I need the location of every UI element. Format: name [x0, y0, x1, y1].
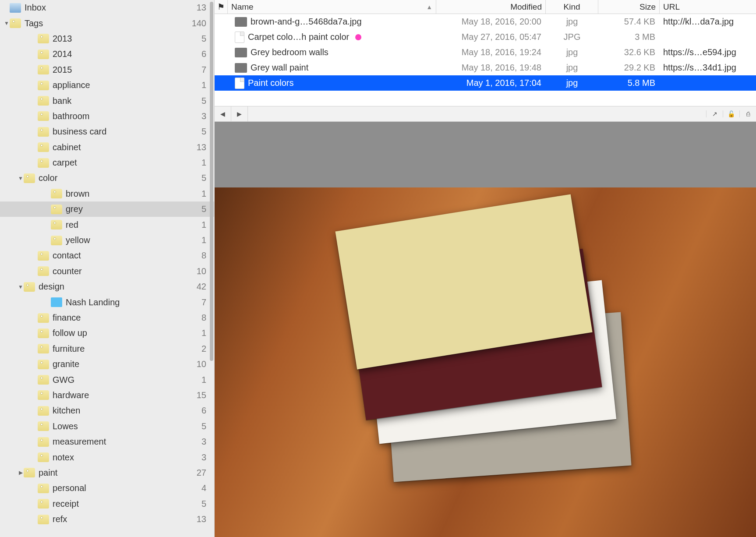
preview-image [215, 187, 756, 537]
sidebar-item-count: 5 [189, 204, 206, 214]
column-size[interactable]: Size [598, 0, 660, 14]
chevron-down-icon[interactable]: ▼ [18, 175, 24, 181]
nav-back-button[interactable]: ◀ [215, 106, 231, 121]
sidebar-item-label: counter [53, 266, 189, 276]
file-row[interactable]: brown-and-g…5468da7a.jpgMay 18, 2016, 20… [215, 14, 756, 29]
tag-icon [38, 515, 49, 524]
file-url: http://kl…da7a.jpg [660, 17, 756, 27]
sidebar-item-receipt[interactable]: receipt5 [0, 496, 214, 512]
sidebar-item-label: grey [66, 204, 189, 214]
sidebar-item-2013[interactable]: 20135 [0, 31, 214, 46]
sidebar-item-color[interactable]: ▼color5 [0, 170, 214, 186]
sidebar-item-design[interactable]: ▼design42 [0, 279, 214, 294]
tag-icon [24, 173, 35, 183]
column-kind[interactable]: Kind [546, 0, 598, 14]
sidebar-item-count: 13 [189, 142, 206, 152]
sidebar-item-notex[interactable]: notex3 [0, 449, 214, 465]
chevron-down-icon[interactable]: ▼ [4, 20, 10, 26]
sidebar-item-label: follow up [53, 328, 189, 338]
sidebar-item-yellow[interactable]: yellow1 [0, 233, 214, 248]
sidebar-item-brown[interactable]: brown1 [0, 186, 214, 201]
tag-icon [38, 251, 49, 261]
sidebar-scrollbar[interactable] [210, 2, 213, 361]
sidebar-item-count: 10 [189, 266, 206, 276]
file-row[interactable]: Grey bedroom wallsMay 18, 2016, 19:24jpg… [215, 45, 756, 60]
share-button[interactable]: ↗ [706, 110, 723, 117]
file-row[interactable]: Grey wall paintMay 18, 2016, 19:48jpg29.… [215, 60, 756, 75]
sidebar-item-measurement[interactable]: measurement3 [0, 434, 214, 449]
sidebar-item-finance[interactable]: finance8 [0, 310, 214, 325]
sidebar-item-count: 1 [189, 235, 206, 245]
sidebar-item-label: 2013 [53, 34, 189, 44]
sidebar-item-count: 1 [189, 189, 206, 199]
sidebar-item-bank[interactable]: bank5 [0, 93, 214, 108]
column-flag[interactable]: ⚑ [215, 0, 228, 14]
sidebar-item-label: business card [53, 127, 189, 137]
file-name: Carpet colo…h paint color [248, 32, 349, 42]
sidebar-item-label: Tags [25, 18, 189, 28]
tag-icon [38, 499, 49, 509]
sidebar-item-label: yellow [66, 235, 189, 245]
tag-icon [38, 34, 49, 43]
sidebar-item-paint[interactable]: ▶paint27 [0, 465, 214, 480]
sidebar-item-bathroom[interactable]: bathroom3 [0, 109, 214, 124]
tag-icon [38, 313, 49, 323]
sidebar-item-count: 5 [189, 96, 206, 106]
sidebar-item-counter[interactable]: counter10 [0, 264, 214, 279]
sidebar-item-grey[interactable]: grey5 [0, 201, 214, 217]
sidebar-item-2015[interactable]: 20157 [0, 62, 214, 78]
sidebar-item-granite[interactable]: granite10 [0, 357, 214, 372]
tag-icon [38, 360, 49, 369]
sidebar-item-appliance[interactable]: appliance1 [0, 78, 214, 93]
sidebar-item-gwg[interactable]: GWG1 [0, 372, 214, 387]
sidebar-item-hardware[interactable]: hardware15 [0, 388, 214, 403]
column-url[interactable]: URL [660, 0, 756, 14]
sidebar-item-follow-up[interactable]: follow up1 [0, 325, 214, 341]
tag-icon [38, 96, 49, 106]
sidebar-item-lowes[interactable]: Lowes5 [0, 419, 214, 434]
file-modified: May 1, 2016, 17:04 [436, 78, 546, 88]
column-modified[interactable]: Modified [436, 0, 546, 14]
chevron-down-icon[interactable]: ▼ [18, 284, 24, 290]
sidebar-item-label: 2014 [53, 49, 189, 59]
sidebar: Inbox13▼Tags140201352014620157appliance1… [0, 0, 215, 537]
sidebar-item-label: cabinet [53, 142, 189, 152]
file-name: Grey bedroom walls [251, 47, 329, 57]
sidebar-item-label: design [39, 282, 189, 292]
sidebar-item-tags[interactable]: ▼Tags140 [0, 15, 214, 31]
tag-icon [38, 65, 49, 74]
preview-pane [215, 122, 756, 537]
sidebar-item-personal[interactable]: personal4 [0, 480, 214, 496]
file-list: brown-and-g…5468da7a.jpgMay 18, 2016, 20… [215, 14, 756, 91]
sidebar-item-count: 42 [189, 282, 206, 292]
sidebar-item-label: Lowes [53, 421, 189, 431]
file-row[interactable]: Paint colorsMay 1, 2016, 17:04jpg5.8 MB [215, 75, 756, 91]
sidebar-item-inbox[interactable]: Inbox13 [0, 0, 214, 15]
sidebar-item-red[interactable]: red1 [0, 217, 214, 232]
preview-toolbar: ◀ ▶ ↗ 🔓 ⎙ [215, 106, 756, 122]
sidebar-item-nash-landing[interactable]: Nash Landing7 [0, 294, 214, 310]
chevron-right-icon[interactable]: ▶ [18, 470, 24, 476]
sidebar-item-furniture[interactable]: furniture2 [0, 341, 214, 357]
tag-icon [38, 390, 49, 400]
thumbnail-icon [235, 63, 247, 73]
sidebar-item-label: contact [53, 251, 189, 261]
column-name[interactable]: Name ▲ [228, 0, 436, 14]
file-name-cell: Grey wall paint [228, 63, 436, 73]
sidebar-item-business-card[interactable]: business card5 [0, 124, 214, 139]
sidebar-item-kitchen[interactable]: kitchen6 [0, 403, 214, 418]
tag-icon [10, 18, 21, 28]
file-row[interactable]: Carpet colo…h paint colorMay 27, 2016, 0… [215, 29, 756, 45]
nav-forward-button[interactable]: ▶ [231, 106, 248, 121]
sidebar-item-refx[interactable]: refx13 [0, 512, 214, 527]
sidebar-item-carpet[interactable]: carpet1 [0, 155, 214, 170]
lock-button[interactable]: 🔓 [723, 110, 739, 117]
file-kind: jpg [546, 47, 598, 57]
print-button[interactable]: ⎙ [739, 110, 756, 117]
sidebar-item-cabinet[interactable]: cabinet13 [0, 140, 214, 155]
tag-icon [38, 142, 49, 152]
sidebar-item-label: bathroom [53, 111, 189, 121]
sidebar-item-contact[interactable]: contact8 [0, 248, 214, 263]
sidebar-item-label: granite [53, 359, 189, 369]
sidebar-item-2014[interactable]: 20146 [0, 46, 214, 62]
